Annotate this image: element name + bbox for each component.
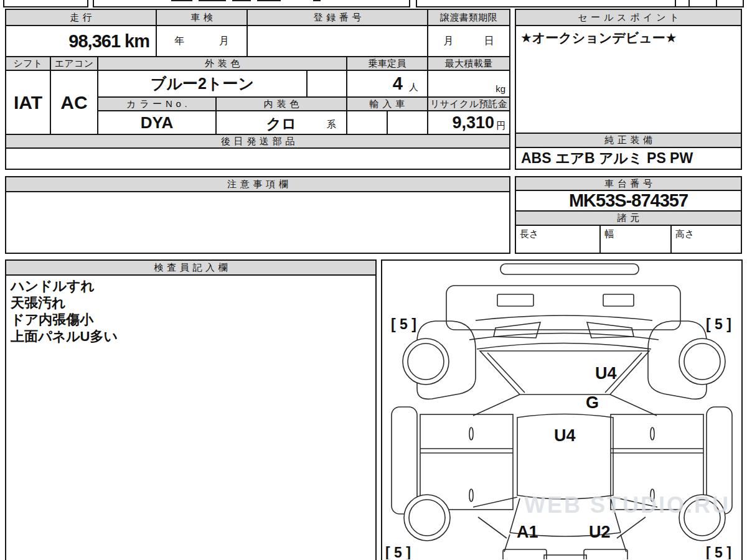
front-panel [446,286,680,330]
chassis-box: 車台番号 MK53S-874357 諸元 長さ 幅 高さ [515,176,742,254]
rear-bumper-right [584,549,627,559]
cutoff-cell [688,0,717,7]
transfer-deadline-cell: 月 日 [427,25,510,57]
transfer-day-label: 日 [484,35,494,48]
wheel-front-right-inner [684,343,720,380]
transfer-deadline-header: 譲渡書類期限 [427,9,510,26]
front-bumper-top [500,264,639,274]
notes-box: 注意事項欄 [5,176,510,254]
capacity-value: 4 人 [346,70,428,98]
sales-point-text: ★オークションデビュー★ [520,30,677,45]
import-car-header: 輸入車 [346,96,428,111]
recycle-deposit-value: 9,310 円 [427,110,510,135]
exterior-color-header: 外装色 [97,56,347,71]
recycle-deposit-unit: 円 [496,120,505,132]
max-load-header: 最大積載量 [427,56,510,71]
cowl-arc-2 [477,343,651,350]
inspection-month-label: 月 [219,35,229,48]
aircon-header: エアコン [50,56,98,71]
exterior-color-extra-cell [306,70,347,98]
notes-body [5,191,510,254]
cutoff-cell [716,0,744,7]
transfer-month-label: 月 [444,35,454,48]
cutoff-cell [675,0,690,7]
spec-length-label: 長さ [520,228,538,239]
import-car-cell-2 [387,110,428,135]
cutoff-text-remnant [199,0,226,1]
c-pillar-left [473,497,517,507]
quarter-diag-left [478,517,507,538]
cutoff-text-remnant [257,0,281,1]
spec-width-cell: 幅 [599,225,672,254]
shift-value: IAT [5,70,51,135]
recycle-deposit-number: 9,310 [452,113,494,133]
tire-mark-rear-right: [ 5 ] [706,544,731,559]
cutoff-cell [93,0,410,7]
sales-point-box: セールスポイント ★オークションデビュー★ 純正装備 ABS エアB アルミ P… [515,9,742,170]
spec-width-label: 幅 [604,228,614,239]
door-split-left [420,449,513,453]
import-car-cell-1 [346,110,388,135]
sales-point-header: セールスポイント [515,9,742,26]
chassis-no-value: MK53S-874357 [515,190,742,212]
spec-height-cell: 高さ [670,225,742,254]
wheel-rear-left-inner [409,500,445,536]
damage-mark-windshield: U4 [595,364,617,383]
capacity-unit: 人 [409,82,418,93]
cutoff-cell [416,0,676,7]
vehicle-info-table: 走行 車検 登録番号 譲渡書類期限 98,361 km 年 月 月 日 シフト … [5,9,510,170]
capacity-number: 4 [393,73,403,94]
inspector-note-line: 上面パネルU多い [11,328,371,345]
tire-mark-rear-left: [ 5 ] [385,544,411,559]
a-pillar-right [610,394,657,416]
inspector-header: 検査員記入欄 [5,259,377,276]
damage-mark-rear-right: U2 [589,523,611,541]
inspector-note-line: 天張汚れ [11,294,371,311]
tire-mark-front-left: [ 5 ] [391,316,416,332]
mileage-value: 98,361 km [5,25,157,57]
door-handle [469,489,473,502]
hood-edge [476,315,652,320]
spec-length-cell: 長さ [515,225,601,254]
damage-diagram-box: WEB STUDIO.RU [381,259,743,560]
inspector-note-line: ハンドルすれ [11,278,371,294]
later-parts-cell [5,147,510,170]
mileage-text: 98,361 km [68,31,149,52]
door-handle [469,427,473,440]
watermark: WEB STUDIO.RU [524,492,730,518]
a-pillar-left [473,394,520,416]
color-no-value: DYA [97,110,217,135]
door-split-right [611,449,703,453]
color-no-header: カラーNo. [97,96,217,111]
exterior-color-value: ブルー2トーン [97,70,308,98]
inspector-box: 検査員記入欄 ハンドルすれ 天張汚れ ドア内張傷小 上面パネルU多い [5,259,377,560]
registration-no-cell [247,25,428,57]
interior-color-value: クロ 系 [215,110,347,135]
damage-mark-roof: U4 [554,426,576,445]
specs-header: 諸元 [515,210,742,226]
interior-color-suffix: 系 [327,119,336,131]
door-handle [651,427,654,440]
inspection-header: 車検 [156,9,248,26]
registration-no-header: 登録番号 [247,9,428,26]
inspector-body: ハンドルすれ 天張汚れ ドア内張傷小 上面パネルU多い [5,274,377,560]
recycle-deposit-header: リサイクル預託金 [427,96,510,111]
wheel-front-left-inner [408,343,444,380]
inspection-date-cell: 年 月 [156,25,248,57]
cutoff-text-remnant [171,0,192,1]
rear-bumper-center [544,555,586,559]
capacity-header: 乗車定員 [346,56,428,71]
headlight-left [497,294,533,306]
inspector-note-line: ドア内張傷小 [11,311,371,328]
headlight-right [603,294,634,306]
cowl-arc-1 [469,334,659,340]
side-sill-left [392,407,417,514]
interior-color-header: 内装色 [215,96,347,111]
equipment-body: ABS エアB アルミ PS PW [515,147,742,170]
later-parts-header: 後日発送部品 [5,134,510,149]
cutoff-cell [3,0,88,7]
damage-mark-rear-left: A1 [517,523,538,541]
sales-point-body: ★オークションデビュー★ [515,25,742,134]
damage-mark-right-pillar: G [586,393,599,412]
max-load-unit: kg [496,83,505,94]
